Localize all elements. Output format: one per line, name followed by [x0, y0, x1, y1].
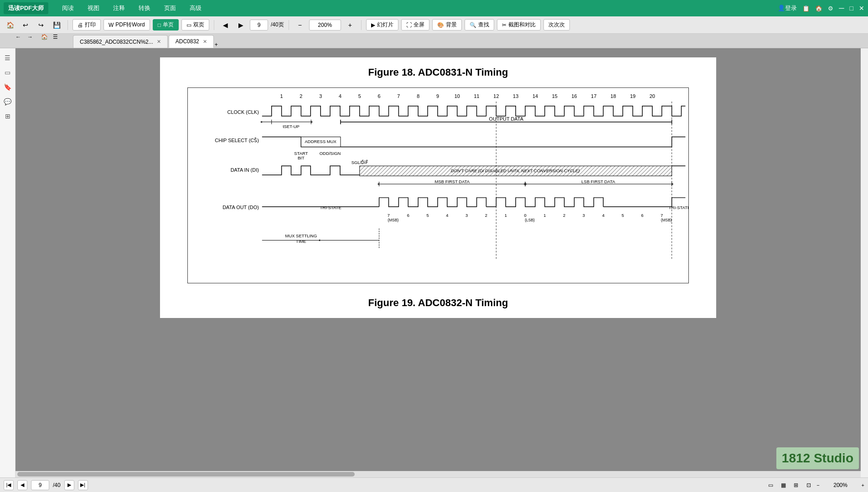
- save-btn[interactable]: 💾: [50, 19, 63, 31]
- page-num-input-bottom[interactable]: [31, 480, 49, 490]
- zoom-out-btn[interactable]: −: [294, 19, 306, 31]
- svg-text:DON'T CARE (DI DISABLED UNTIL : DON'T CARE (DI DISABLED UNTIL NEXT CONVE…: [451, 168, 580, 173]
- sidebar-icon-list[interactable]: ☰: [2, 52, 14, 64]
- svg-text:8: 8: [417, 93, 419, 99]
- zoom-in-btn[interactable]: +: [344, 19, 356, 31]
- svg-text:0: 0: [524, 213, 526, 218]
- menu-convert[interactable]: 转换: [132, 2, 157, 14]
- ocr-btn[interactable]: 次次次: [543, 19, 570, 31]
- svg-text:11: 11: [474, 93, 480, 99]
- next-page-btn[interactable]: ▶: [234, 19, 247, 31]
- first-page-btn[interactable]: |◀: [4, 480, 14, 490]
- svg-text:17: 17: [591, 93, 596, 99]
- sidebar-icon-comments[interactable]: 💬: [2, 96, 14, 108]
- scrollbar-thumb[interactable]: [17, 472, 355, 477]
- svg-marker-47: [377, 183, 379, 185]
- prev-page-btn[interactable]: ◀: [219, 19, 232, 31]
- sidebar-icon-bookmarks[interactable]: 🔖: [2, 81, 14, 93]
- print-btn[interactable]: 🖨 打印: [72, 19, 101, 31]
- svg-text:CHIP SELECT (CS̄): CHIP SELECT (CS̄): [215, 138, 259, 143]
- restore-btn[interactable]: □: [850, 5, 853, 12]
- svg-marker-32: [311, 121, 313, 123]
- svg-text:2: 2: [300, 93, 302, 99]
- page-area: Figure 18. ADC0831-N Timing .diag-text {…: [160, 57, 716, 318]
- page-input[interactable]: 9: [250, 20, 268, 31]
- last-page-btn-bottom[interactable]: ▶|: [78, 480, 88, 490]
- minimize-btn[interactable]: ─: [839, 4, 844, 12]
- sep2: [214, 20, 214, 30]
- new-tab-btn[interactable]: +: [215, 41, 218, 48]
- pdf-word-btn[interactable]: W PDF转Word: [103, 19, 150, 31]
- svg-text:2: 2: [485, 213, 487, 218]
- app-logo[interactable]: 迅读PDF大师: [4, 2, 48, 14]
- crop-btn[interactable]: ✂ 截图和对比: [497, 19, 541, 31]
- prev-page-btn-bottom[interactable]: ◀: [17, 480, 27, 490]
- nav-home[interactable]: 🏠: [41, 34, 48, 40]
- svg-text:20: 20: [650, 93, 655, 99]
- view-icon1[interactable]: ▭: [765, 480, 775, 490]
- tab-doc1-close[interactable]: ✕: [157, 39, 161, 45]
- tab-doc2[interactable]: ADC0832 ✕: [169, 35, 214, 48]
- close-btn[interactable]: ✕: [859, 5, 864, 12]
- tab-doc1[interactable]: C385862_ADC0832CCN%2... ✕: [73, 35, 168, 48]
- sep1: [67, 20, 68, 30]
- fullscreen-btn[interactable]: ⛶ 全屏: [401, 19, 429, 31]
- svg-text:LSB FIRST DATA: LSB FIRST DATA: [581, 179, 615, 184]
- nav-back[interactable]: ←: [16, 34, 21, 40]
- scrollbar-horizontal[interactable]: [16, 471, 861, 477]
- menu-view[interactable]: 视图: [81, 2, 106, 14]
- view-icon2[interactable]: ▦: [778, 480, 788, 490]
- menu-page[interactable]: 页面: [158, 2, 182, 14]
- svg-text:6: 6: [641, 213, 643, 218]
- icon-clipboard[interactable]: 📋: [802, 5, 810, 12]
- svg-text:4: 4: [602, 213, 604, 218]
- svg-text:TIME: TIME: [296, 239, 306, 244]
- svg-text:BIT: BIT: [298, 155, 305, 160]
- svg-text:1: 1: [505, 213, 507, 218]
- background-btn[interactable]: 🎨 背景: [432, 19, 462, 31]
- svg-text:9: 9: [436, 93, 439, 99]
- menu-annotate[interactable]: 注释: [107, 2, 131, 14]
- sidebar-icon-pages[interactable]: ▭: [2, 67, 14, 78]
- icon-home2[interactable]: 🏠: [815, 5, 822, 12]
- view-icon3[interactable]: ⊞: [791, 480, 801, 490]
- zoom-input[interactable]: [309, 20, 341, 31]
- zoom-in-bottom[interactable]: +: [862, 482, 864, 488]
- nav-forward[interactable]: →: [27, 34, 33, 40]
- svg-marker-31: [260, 121, 262, 123]
- svg-text:ODD/SIGN: ODD/SIGN: [320, 151, 341, 156]
- slideshow-btn[interactable]: ▶ 幻灯片: [366, 19, 398, 31]
- svg-text:19: 19: [630, 93, 636, 99]
- svg-text:(MSB): (MSB): [661, 218, 672, 222]
- svg-text:tSET-UP: tSET-UP: [283, 124, 300, 129]
- watermark: 1812 Studio: [776, 447, 859, 469]
- svg-text:TRI-STATE: TRI-STATE: [320, 205, 341, 210]
- menu-advanced[interactable]: 高级: [183, 2, 208, 14]
- tab-doc2-close[interactable]: ✕: [203, 39, 207, 45]
- svg-text:4: 4: [339, 93, 341, 99]
- nav-menu[interactable]: ☰: [53, 34, 58, 40]
- undo-btn[interactable]: ↩: [19, 19, 32, 31]
- fig19-title: Figure 19. ADC0832-N Timing: [174, 297, 703, 309]
- left-sidebar: ☰ ▭ 🔖 💬 ⊞: [0, 48, 16, 492]
- svg-text:12: 12: [493, 93, 499, 99]
- home-btn[interactable]: 🏠: [4, 19, 16, 31]
- double-page-btn[interactable]: ▭ 双页: [181, 19, 209, 31]
- zoom-out-bottom[interactable]: −: [816, 482, 819, 488]
- svg-text:MSB FIRST DATA: MSB FIRST DATA: [435, 179, 470, 184]
- search-btn[interactable]: 🔍 查找: [465, 19, 494, 31]
- svg-text:(MSB): (MSB): [388, 218, 398, 222]
- svg-text:2: 2: [563, 213, 565, 218]
- timing-diagram-svg: .diag-text { font-family: Arial, sans-se…: [187, 87, 689, 283]
- view-icon4[interactable]: ⊡: [804, 480, 814, 490]
- next-page-btn-bottom[interactable]: ▶: [64, 480, 74, 490]
- sidebar-icon-layers[interactable]: ⊞: [2, 110, 14, 122]
- tab-bar: ← → 🏠 ☰ C385862_ADC0832CCN%2... ✕ ADC083…: [0, 34, 868, 48]
- login-btn[interactable]: 👤登录: [778, 4, 797, 12]
- single-page-btn[interactable]: □ 单页: [153, 19, 179, 31]
- menu-read[interactable]: 阅读: [56, 2, 80, 14]
- icon-settings[interactable]: ⚙: [828, 5, 833, 12]
- redo-btn[interactable]: ↪: [35, 19, 47, 31]
- top-right-icons: 👤登录 📋 🏠 ⚙ ─ □ ✕: [778, 4, 864, 12]
- svg-text:18: 18: [610, 93, 616, 99]
